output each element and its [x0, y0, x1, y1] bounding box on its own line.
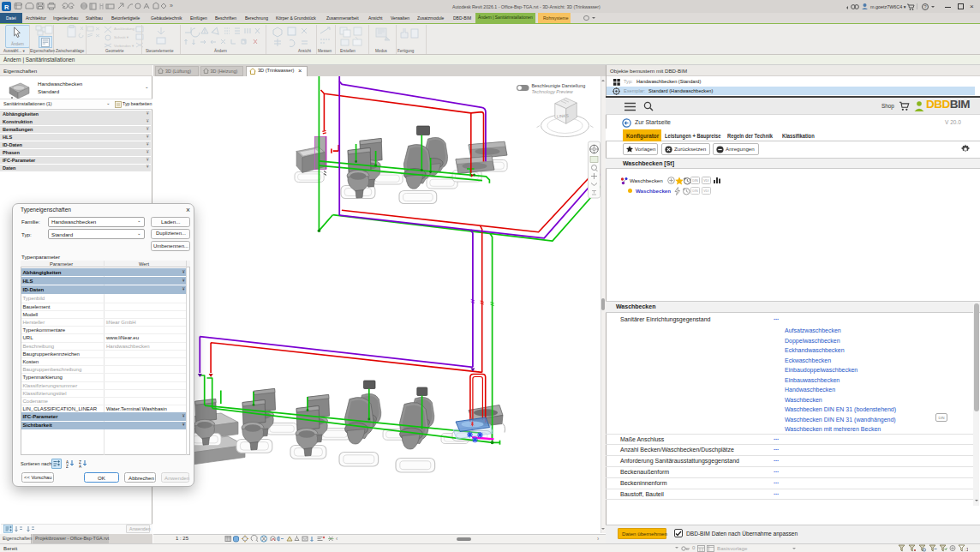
svg-text:Z: Z — [79, 460, 81, 465]
svg-text:A: A — [66, 460, 69, 465]
svg-text:Beschleunigte Darstellung: Beschleunigte Darstellung — [532, 83, 586, 88]
svg-text:LINKS: LINKS — [557, 113, 569, 118]
svg-text::1: :1 — [965, 547, 968, 552]
svg-text:A: A — [79, 465, 82, 468]
svg-text:Technology Preview: Technology Preview — [532, 88, 574, 93]
svg-text:Z: Z — [66, 465, 69, 468]
